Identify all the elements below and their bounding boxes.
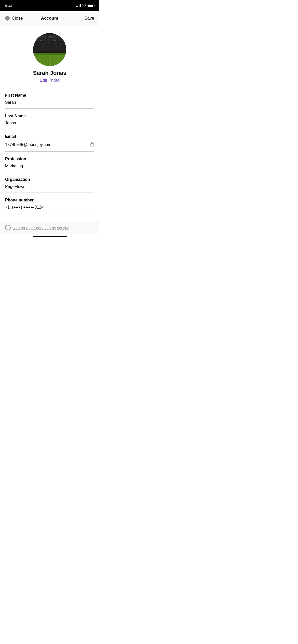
svg-rect-33 [39, 49, 59, 52]
svg-rect-35 [33, 53, 66, 66]
close-dot [5, 16, 10, 21]
svg-rect-23 [56, 42, 60, 45]
organization-group: Organization [5, 172, 94, 193]
nav-bar: Close Account Save [0, 11, 99, 25]
profile-name: Sarah Jonas [33, 70, 66, 76]
svg-text:Shift: Shift [49, 36, 52, 37]
email-row [5, 141, 94, 152]
form-section: First Name Last Name Email Profession [0, 88, 99, 213]
close-label: Close [12, 16, 23, 21]
svg-rect-26 [39, 46, 43, 48]
profession-label: Profession [5, 157, 94, 161]
svg-rect-18 [35, 42, 38, 45]
email-label: Email [5, 134, 94, 139]
lock-icon [90, 141, 94, 148]
svg-rect-34 [60, 49, 65, 52]
svg-rect-8 [62, 35, 65, 38]
save-button[interactable]: Save [84, 16, 94, 21]
svg-rect-1 [35, 35, 38, 38]
last-name-group: Last Name [5, 109, 94, 129]
svg-rect-25 [35, 46, 38, 48]
first-name-input[interactable] [5, 100, 94, 105]
svg-rect-29 [52, 46, 56, 48]
svg-rect-6 [53, 35, 57, 38]
svg-rect-24 [61, 42, 65, 45]
profession-row [5, 164, 94, 172]
verification-banner[interactable]: i Your number needs to be verified → [0, 221, 99, 234]
svg-rect-7 [58, 35, 61, 38]
profession-input[interactable] [5, 164, 94, 168]
signal-icon [76, 4, 81, 7]
svg-rect-16 [58, 39, 61, 41]
last-name-label: Last Name [5, 114, 94, 118]
organization-label: Organization [5, 177, 94, 182]
phone-group: Phone number [5, 193, 94, 213]
svg-rect-3 [43, 35, 47, 38]
svg-rect-32 [35, 49, 38, 52]
svg-rect-12 [43, 39, 47, 41]
svg-rect-13 [48, 39, 51, 41]
svg-point-46 [92, 144, 93, 145]
arrow-icon: → [90, 225, 94, 230]
phone-label: Phone number [5, 198, 94, 202]
svg-rect-20 [43, 42, 47, 45]
svg-rect-2 [39, 35, 43, 38]
avatar[interactable]: Shift ⊞ Ctrl [33, 33, 66, 66]
email-group: Email [5, 129, 94, 152]
edit-photo-button[interactable]: Edit Photo [40, 78, 60, 83]
battery-icon [88, 4, 94, 7]
banner-content: i Your number needs to be verified [5, 225, 69, 230]
organization-input[interactable] [5, 184, 94, 189]
status-time: 9:41 [5, 4, 13, 8]
first-name-row [5, 100, 94, 109]
profession-group: Profession [5, 152, 94, 172]
organization-row [5, 184, 94, 193]
banner-text: Your number needs to be verified [13, 226, 69, 230]
last-name-input[interactable] [5, 121, 94, 125]
page-title: Account [41, 16, 58, 21]
wifi-icon [82, 4, 86, 7]
svg-rect-17 [62, 39, 65, 41]
svg-rect-22 [52, 42, 56, 45]
svg-rect-28 [48, 46, 51, 48]
status-icons [76, 4, 94, 7]
phone-row [5, 205, 94, 213]
svg-text:⊞: ⊞ [40, 39, 42, 41]
phone-input[interactable] [5, 205, 94, 210]
svg-rect-9 [35, 39, 38, 41]
last-name-row [5, 121, 94, 129]
first-name-group: First Name [5, 88, 94, 109]
svg-rect-21 [48, 42, 51, 45]
svg-rect-27 [43, 46, 47, 48]
close-button[interactable]: Close [5, 16, 23, 21]
status-bar: 9:41 [0, 0, 99, 11]
svg-rect-36 [33, 53, 66, 55]
svg-rect-19 [39, 42, 43, 45]
profile-section: Shift ⊞ Ctrl [0, 25, 99, 88]
svg-text:Ctrl: Ctrl [53, 39, 56, 41]
svg-rect-30 [56, 46, 60, 48]
first-name-label: First Name [5, 93, 94, 98]
email-input[interactable] [5, 142, 88, 147]
info-icon: i [5, 225, 11, 230]
home-indicator [33, 236, 67, 237]
svg-rect-31 [61, 46, 65, 48]
